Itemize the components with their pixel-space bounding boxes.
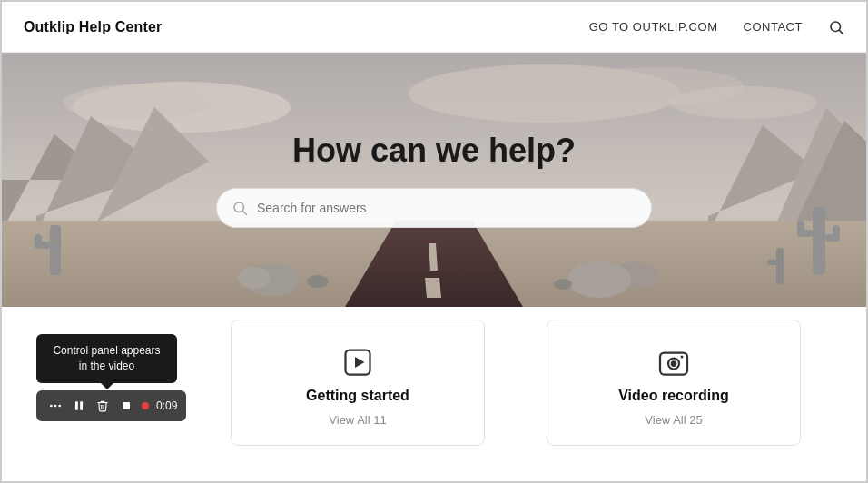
header-nav: GO TO OUTKLIP.COM CONTACT [589,19,844,35]
app-frame: Outklip Help Center GO TO OUTKLIP.COM CO… [0,0,868,483]
cards-section: Control panel appears in the video 0:09 [2,307,866,458]
pause-button[interactable] [69,396,89,416]
svg-rect-39 [75,401,78,409]
card-getting-started[interactable]: Getting started View All 11 [231,320,485,446]
search-input[interactable] [257,201,636,215]
svg-point-46 [672,361,676,366]
hero-content: How can we help? [2,53,866,307]
card-video-recording[interactable]: Video recording View All 25 [547,320,801,446]
nav-go-to-site[interactable]: GO TO OUTKLIP.COM [589,20,718,34]
svg-rect-41 [123,402,130,409]
card-getting-started-title: Getting started [306,388,409,404]
tooltip-area: Control panel appears in the video 0:09 [20,320,202,438]
svg-point-47 [681,356,684,359]
delete-button[interactable] [93,396,113,416]
hero-banner: How can we help? [2,53,866,307]
nav-contact[interactable]: CONTACT [743,20,803,34]
site-logo: Outklip Help Center [24,19,162,35]
svg-line-35 [242,211,246,214]
svg-point-36 [50,405,53,408]
more-options-button[interactable] [45,396,65,416]
svg-point-38 [58,405,61,408]
header: Outklip Help Center GO TO OUTKLIP.COM CO… [2,2,866,53]
cards-row: Getting started View All 11 Video record… [202,320,830,446]
video-controls-bar[interactable]: 0:09 [36,390,186,421]
tooltip-bubble: Control panel appears in the video [36,334,177,383]
svg-point-37 [54,405,57,408]
play-icon [341,346,374,379]
card-video-recording-link[interactable]: View All 25 [645,413,702,427]
camera-icon [657,346,690,379]
recording-time: 0:09 [156,399,177,412]
hero-title: How can we help? [292,132,576,170]
svg-rect-40 [80,401,83,409]
tooltip-text: Control panel appears in the video [53,344,160,372]
search-bar-icon [232,200,248,216]
card-video-recording-title: Video recording [618,388,729,404]
recording-indicator [142,402,149,409]
svg-line-1 [839,30,843,34]
hero-search-bar[interactable] [216,188,652,228]
search-icon[interactable] [828,19,844,35]
stop-button[interactable] [116,396,136,416]
card-getting-started-link[interactable]: View All 11 [329,413,386,427]
svg-marker-43 [355,357,365,368]
